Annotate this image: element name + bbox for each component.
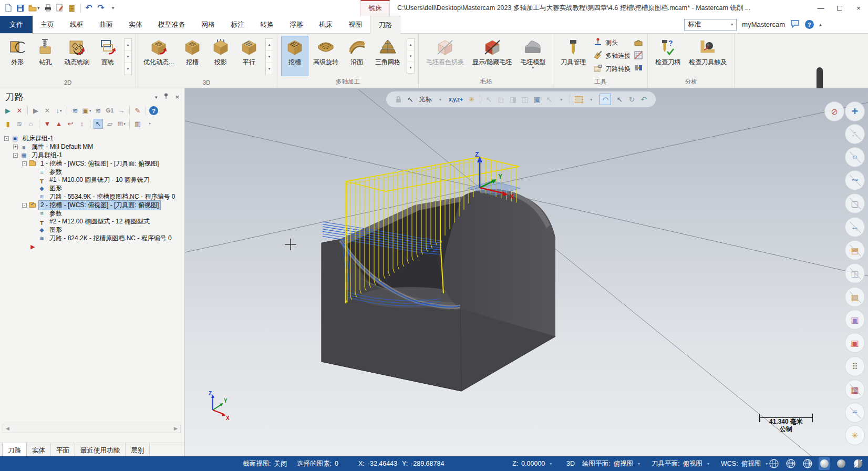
tab-刀路[interactable]: 刀路 [370,16,400,34]
scroll-left-icon[interactable]: ◀ [6,426,9,431]
coord-z[interactable]: Z:0.00000▾ [512,456,552,471]
insert-arrow-icon[interactable]: ↩ [66,119,75,129]
manager-tab-最近使用功能[interactable]: 最近使用功能 [75,443,126,456]
gallery-scroll-multiaxis[interactable]: ▴▾▾ [407,38,415,74]
plane-select-icon[interactable]: ◻ [497,94,504,105]
manager-tab-层别[interactable]: 层别 [126,443,150,456]
tree-row[interactable]: -▣机床群组-1 [4,135,184,143]
stock-box-icon[interactable] [575,96,583,103]
display-options-icon[interactable]: ⊞▾ [117,119,126,129]
return-icon[interactable]: ↶ [640,94,647,105]
verify-icon[interactable]: ▣▾ [82,106,91,116]
simulate-icon[interactable]: ≋ [70,106,80,116]
tab-视图[interactable]: 视图 [340,16,370,33]
tree-row[interactable]: ≡参数 [4,168,184,176]
mask-splines[interactable]: ~ [845,170,865,190]
selection-lock-icon[interactable] [395,94,402,105]
open-icon[interactable]: ▾ [28,3,40,13]
mymastercam-link[interactable]: myMastercam [742,21,785,28]
mask-levels[interactable]: ≡ [845,403,865,423]
edit-document-icon[interactable] [56,3,64,13]
tab-主页[interactable]: 主页 [33,16,62,33]
pin-icon[interactable] [163,93,169,101]
shaded-icon[interactable] [819,457,830,470]
panel-hscrollbar[interactable]: ◀ ▶ [3,424,181,433]
manager-tab-实体[interactable]: 实体 [27,443,51,456]
close-panel-icon[interactable]: × [175,93,179,101]
shaded-translucent-icon[interactable] [852,457,863,470]
ribbon-button-check-tool-contact[interactable]: 检查刀具触及 [685,36,730,76]
ribbon-button-project[interactable]: 投影 [207,36,234,78]
wireframe-globe-hidden-icon[interactable] [785,457,796,470]
save-icon[interactable] [16,3,24,13]
tab-浮雕[interactable]: 浮雕 [282,16,311,33]
ribbon-button-stock-model[interactable]: 毛坯模型▾ [516,36,549,76]
select-arrow-icon[interactable]: ↖ [485,94,492,105]
tab-机床[interactable]: 机床 [311,16,340,33]
collapse-icon[interactable]: - [4,136,9,141]
manager-tab-刀路[interactable]: 刀路 [2,443,27,456]
toolbox-icon[interactable] [634,38,643,48]
gallery-expand-icon[interactable]: ▾ [407,62,414,73]
gallery-scroll-g2d[interactable]: ▴▾▾ [124,38,132,75]
tree-row[interactable]: +≡属性 - Mill Default MM [4,143,184,151]
mask-arcs[interactable]: ○ [845,147,865,167]
panel-menu-chevron-icon[interactable]: ▾ [155,95,158,100]
send-to-machine-icon[interactable]: → [117,106,126,116]
expand-icon[interactable]: + [13,145,18,149]
g1-post-icon[interactable]: G1 [105,106,115,116]
backplot-edit-icon[interactable]: ✎ [133,106,142,116]
tab-文件[interactable]: 文件 [0,16,33,33]
mask-surfaces[interactable]: ▤ [845,240,865,260]
wireframe-globe-half-icon[interactable] [802,457,813,470]
tree-row[interactable]: ◆图形 [4,185,184,193]
select-last[interactable]: ▣ [845,310,865,330]
machine-sim-icon[interactable]: ▥ [133,119,142,129]
ribbon-button-probe[interactable]: 测头 [593,37,631,48]
settings-gear[interactable]: ✳ [845,425,865,445]
maximize-icon[interactable] [830,0,849,16]
collapse-icon[interactable]: - [13,153,18,158]
help-icon[interactable]: ? [805,20,814,29]
scroll-down-icon[interactable]: ▾ [266,51,273,63]
pattern-icon[interactable] [634,51,643,61]
scroll-right-icon[interactable]: ▶ [174,426,178,431]
import-document-icon[interactable] [68,3,76,13]
ribbon-button-drill[interactable]: 钻孔 [32,36,59,78]
deselect-all-icon[interactable]: ✕ [15,106,24,116]
scroll-down-icon[interactable]: ▾ [407,50,414,62]
ghost-ops-icon[interactable]: ⌂ [26,119,36,129]
coord-y[interactable]: Y:-289.68784 [402,456,444,471]
scroll-down-icon[interactable]: ▾ [125,51,131,63]
mask-dimensions[interactable]: ↔ [845,217,865,237]
vertex-select-icon[interactable]: ↖ [545,94,553,105]
body-select-icon[interactable]: ◫ [521,94,529,105]
mask-solids[interactable]: ▩ [845,287,865,307]
ribbon-button-advanced-rotary[interactable]: 高级旋转 [309,36,342,76]
tab-转换[interactable]: 转换 [252,16,282,33]
cursor-select-icon[interactable]: ↖ [407,94,414,105]
tree-row[interactable]: ≋刀路 - 5534.9K - 挖槽原图档.NC - 程序编号 0 [4,193,184,201]
tree-row[interactable]: -1 - 挖槽 - [WCS: 俯视图] - [刀具面: 俯视图] [4,159,184,168]
toggle-display-icon[interactable]: ≋ [15,119,24,129]
tab-实体[interactable]: 实体 [121,16,150,33]
mode-3d[interactable]: 3D [566,456,575,471]
vise-icon[interactable] [634,64,643,74]
scroll-up-icon[interactable]: ▴ [407,39,414,50]
mask-mesh[interactable]: ◫ [845,263,865,283]
tab-曲面[interactable]: 曲面 [91,16,121,33]
ribbon-button-tool-manager[interactable]: 刀具管理 [557,36,590,76]
wcs[interactable]: WCS:俯视图▾ [721,456,768,471]
close-icon[interactable]: × [849,0,868,16]
tree-row[interactable]: -▦刀具群组-1 [4,151,184,160]
ribbon-button-dynamic-mill[interactable]: 动态铣削 [60,36,93,78]
tree-row[interactable]: ≋刀路 - 824.2K - 挖槽原图档.NC - 程序编号 0 [4,234,184,243]
select-results[interactable]: ▣ [845,333,865,353]
ribbon-button-multiaxis-pocket[interactable]: 挖槽 [281,36,308,76]
toolpath-options-icon[interactable]: ≋ [94,106,103,116]
chevron-down-icon[interactable]: ▾ [437,94,444,105]
mask-patterns[interactable]: ▦ [845,380,865,400]
cplane[interactable]: 绘图平面:俯视图▾ [582,456,640,471]
face-select-icon[interactable]: ◨ [509,94,516,105]
lock-icon[interactable]: ▮ [3,119,13,129]
